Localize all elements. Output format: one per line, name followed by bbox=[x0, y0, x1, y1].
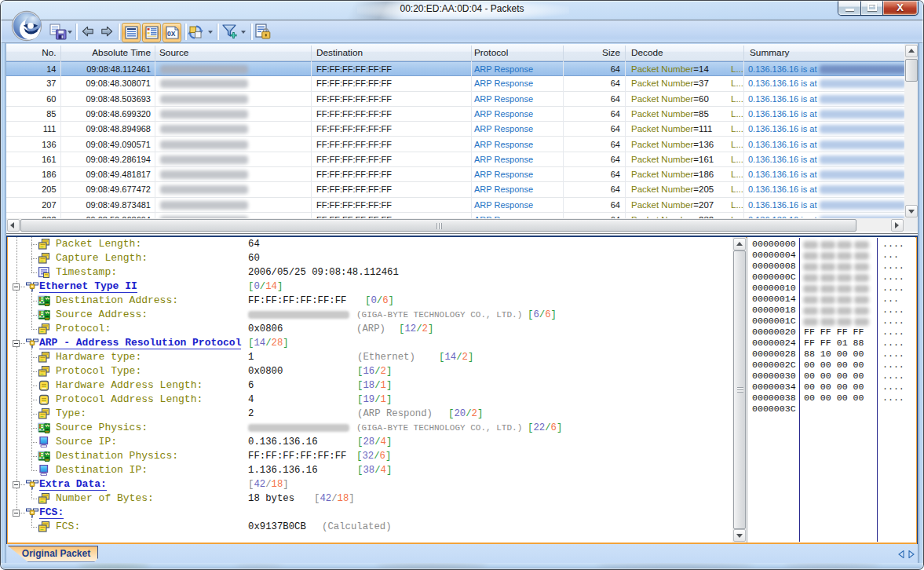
svg-text:0X: 0X bbox=[167, 30, 176, 38]
